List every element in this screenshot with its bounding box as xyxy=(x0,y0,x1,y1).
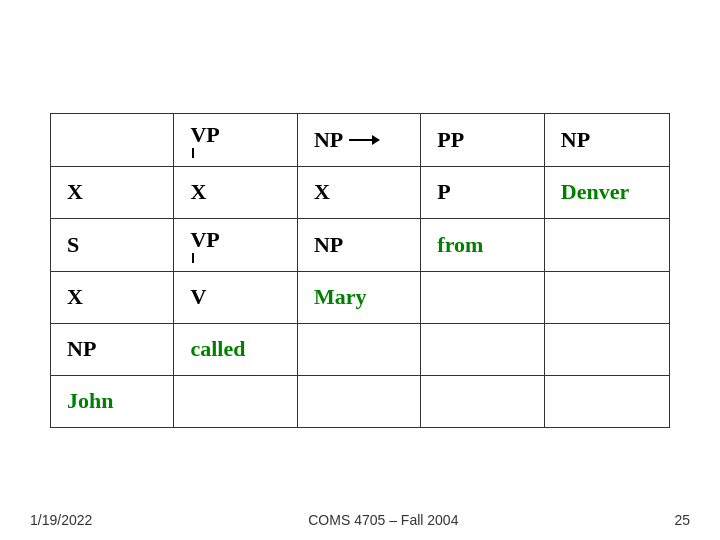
cell-r5-john: John xyxy=(51,375,174,427)
cell-header-vp: VP xyxy=(174,113,297,166)
slide-content: VP NP PP NP xyxy=(40,60,680,480)
vp-label: VP xyxy=(190,122,219,148)
footer: 1/19/2022 COMS 4705 – Fall 2004 25 xyxy=(0,512,720,528)
table-row: S VP NP from xyxy=(51,218,670,271)
cell-r2-np: NP xyxy=(297,218,420,271)
cell-r5-2 xyxy=(297,375,420,427)
cell-r3-4 xyxy=(544,271,669,323)
cell-header-np-arrow: NP xyxy=(297,113,420,166)
footer-page: 25 xyxy=(674,512,690,528)
table-row: X V Mary xyxy=(51,271,670,323)
table-row: NP called xyxy=(51,323,670,375)
cell-header-np2: NP xyxy=(544,113,669,166)
cell-r4-called: called xyxy=(174,323,297,375)
cell-r4-3 xyxy=(421,323,544,375)
cell-r5-3 xyxy=(421,375,544,427)
cell-r3-v: V xyxy=(174,271,297,323)
table-wrapper: VP NP PP NP xyxy=(50,113,670,428)
cell-r2-4 xyxy=(544,218,669,271)
parse-table: VP NP PP NP xyxy=(50,113,670,428)
cell-r4-4 xyxy=(544,323,669,375)
np-arrow-label: NP xyxy=(314,127,343,153)
cell-r1-denver: Denver xyxy=(544,166,669,218)
footer-date: 1/19/2022 xyxy=(30,512,92,528)
cell-r5-1 xyxy=(174,375,297,427)
table-row: VP NP PP NP xyxy=(51,113,670,166)
cell-r3-mary: Mary xyxy=(297,271,420,323)
table-row: X X X P Denver xyxy=(51,166,670,218)
cell-r1-2: X xyxy=(297,166,420,218)
cell-r4-2 xyxy=(297,323,420,375)
cell-r4-np: NP xyxy=(51,323,174,375)
cell-r1-1: X xyxy=(174,166,297,218)
cell-r2-vp: VP xyxy=(174,218,297,271)
cell-r2-from: from xyxy=(421,218,544,271)
cell-r5-4 xyxy=(544,375,669,427)
right-arrow-icon xyxy=(349,139,379,141)
cell-r2-0: S xyxy=(51,218,174,271)
cell-header-0 xyxy=(51,113,174,166)
cell-r1-0: X xyxy=(51,166,174,218)
cell-r3-3 xyxy=(421,271,544,323)
cell-header-pp: PP xyxy=(421,113,544,166)
table-row: John xyxy=(51,375,670,427)
footer-title: COMS 4705 – Fall 2004 xyxy=(308,512,458,528)
cell-r3-0: X xyxy=(51,271,174,323)
cell-r1-3: P xyxy=(421,166,544,218)
